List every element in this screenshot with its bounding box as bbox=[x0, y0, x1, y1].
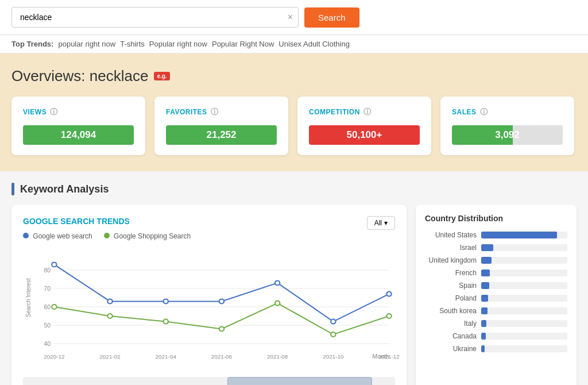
svg-point-32 bbox=[386, 314, 391, 318]
svg-text:Search Interest: Search Interest bbox=[25, 278, 31, 317]
metric-label-views: VIEWS ⓘ bbox=[23, 107, 134, 117]
country-bar bbox=[481, 232, 557, 238]
svg-text:2021-06: 2021-06 bbox=[211, 353, 232, 360]
svg-text:2020-12: 2020-12 bbox=[44, 353, 64, 360]
country-name: United States bbox=[425, 231, 477, 239]
country-bar bbox=[481, 282, 489, 289]
legend-shopping-label: Google Shopping Search bbox=[114, 232, 191, 240]
svg-text:70: 70 bbox=[44, 286, 51, 292]
legend-web: Google web search bbox=[23, 232, 92, 240]
country-bar bbox=[481, 270, 490, 276]
eg-badge: e.g. bbox=[154, 72, 169, 80]
svg-text:2021-10: 2021-10 bbox=[323, 353, 344, 360]
trend-item-2[interactable]: T-shirts bbox=[120, 40, 145, 48]
info-icon-competition[interactable]: ⓘ bbox=[363, 107, 372, 117]
country-name: French bbox=[425, 269, 477, 277]
metric-value-favorites: 21,252 bbox=[166, 125, 277, 145]
svg-point-21 bbox=[164, 299, 168, 303]
google-trends-card: GOOGLE SEARCH TRENDS All ▾ Google web se… bbox=[11, 205, 407, 385]
svg-point-29 bbox=[219, 326, 224, 331]
country-row: Ukraine bbox=[425, 345, 567, 353]
country-row: United kingdom bbox=[425, 256, 567, 264]
metric-label-competition: COMPETITION ⓘ bbox=[309, 107, 420, 117]
country-bar-wrap bbox=[481, 257, 567, 264]
country-row: Israel bbox=[425, 244, 567, 252]
svg-point-20 bbox=[107, 299, 112, 303]
country-row: Poland bbox=[425, 294, 567, 302]
country-bar bbox=[481, 295, 488, 302]
chart-filter-button[interactable]: All ▾ bbox=[367, 216, 395, 230]
section-title: Keyword Analysis bbox=[11, 183, 577, 195]
chart-legend: Google web search Google Shopping Search bbox=[23, 232, 395, 240]
country-name: Spain bbox=[425, 282, 477, 290]
country-row: French bbox=[425, 269, 567, 277]
chart-scrollbar[interactable] bbox=[23, 377, 395, 385]
country-bar-wrap bbox=[481, 333, 567, 340]
svg-point-27 bbox=[107, 314, 112, 318]
trend-item-3[interactable]: Popular right now bbox=[149, 40, 207, 48]
chevron-down-icon: ▾ bbox=[384, 219, 388, 227]
country-name: Poland bbox=[425, 294, 477, 302]
metric-label-sales: SALES ⓘ bbox=[452, 107, 563, 117]
info-icon-favorites[interactable]: ⓘ bbox=[211, 107, 219, 117]
country-name: Italy bbox=[425, 319, 477, 328]
overview-section: Overviews: necklace e.g. VIEWS ⓘ 124,094… bbox=[0, 53, 588, 171]
overview-title: Overviews: necklace e.g. bbox=[11, 67, 577, 85]
svg-point-28 bbox=[164, 319, 168, 324]
trend-item-1[interactable]: popular right now bbox=[58, 40, 115, 48]
metric-card-sales: SALES ⓘ 3,092 bbox=[440, 97, 574, 155]
chart-container: 4050607080Search Interest2020-122021-022… bbox=[23, 246, 395, 372]
legend-dot-web bbox=[23, 233, 29, 238]
svg-point-23 bbox=[275, 280, 280, 285]
section-title-text: Keyword Analysis bbox=[20, 183, 109, 195]
svg-point-26 bbox=[52, 305, 56, 309]
charts-row: GOOGLE SEARCH TRENDS All ▾ Google web se… bbox=[11, 205, 577, 385]
metric-value-competition: 50,100+ bbox=[309, 125, 420, 145]
svg-text:2021-08: 2021-08 bbox=[267, 353, 288, 360]
country-name: Israel bbox=[425, 244, 477, 252]
trends-bar: Top Trends: popular right now T-shirts P… bbox=[0, 35, 588, 53]
country-row: Canada bbox=[425, 332, 567, 340]
info-icon-sales[interactable]: ⓘ bbox=[480, 107, 488, 117]
country-bar bbox=[481, 320, 486, 327]
svg-text:40: 40 bbox=[44, 341, 51, 347]
country-bar-wrap bbox=[481, 270, 567, 276]
clear-icon[interactable]: × bbox=[288, 12, 293, 22]
trends-label: Top Trends: bbox=[11, 40, 53, 48]
svg-text:80: 80 bbox=[44, 267, 51, 274]
section-title-bar bbox=[11, 183, 14, 195]
country-bar-wrap bbox=[481, 232, 567, 238]
country-row: United States bbox=[425, 231, 567, 239]
legend-web-label: Google web search bbox=[33, 232, 92, 240]
svg-point-22 bbox=[219, 299, 224, 303]
metric-value-views: 124,094 bbox=[23, 125, 134, 145]
country-name: Ukraine bbox=[425, 345, 477, 353]
svg-point-24 bbox=[331, 319, 335, 324]
svg-text:2021-02: 2021-02 bbox=[99, 353, 120, 360]
search-header: × Search bbox=[0, 0, 588, 35]
svg-text:50: 50 bbox=[44, 322, 51, 329]
country-name: South korea bbox=[425, 307, 477, 315]
info-icon-views[interactable]: ⓘ bbox=[50, 107, 58, 117]
country-distribution-card: Country Distribution United States Israe… bbox=[416, 205, 577, 385]
country-row: South korea bbox=[425, 307, 567, 315]
metrics-grid: VIEWS ⓘ 124,094 FAVORITES ⓘ 21,252 COMPE… bbox=[11, 97, 574, 155]
chart-filter-label: All bbox=[374, 219, 382, 227]
metric-label-favorites: FAVORITES ⓘ bbox=[166, 107, 277, 117]
legend-shopping: Google Shopping Search bbox=[104, 232, 191, 240]
country-bar bbox=[481, 307, 488, 314]
trend-item-4[interactable]: Popular Right Now bbox=[212, 40, 274, 48]
svg-text:Month: Month bbox=[373, 353, 389, 360]
country-name: Canada bbox=[425, 332, 477, 340]
search-input[interactable] bbox=[11, 7, 299, 28]
chart-scrollbar-thumb[interactable] bbox=[227, 377, 372, 385]
country-row: Spain bbox=[425, 282, 567, 290]
legend-dot-shopping bbox=[104, 233, 110, 238]
trend-item-5[interactable]: Unisex Adult Clothing bbox=[278, 40, 350, 48]
country-bar bbox=[481, 333, 486, 340]
country-bar-wrap bbox=[481, 295, 567, 302]
country-bar-wrap bbox=[481, 345, 567, 352]
search-button[interactable]: Search bbox=[304, 7, 359, 28]
svg-text:60: 60 bbox=[44, 304, 51, 310]
metric-card-views: VIEWS ⓘ 124,094 bbox=[11, 97, 145, 155]
